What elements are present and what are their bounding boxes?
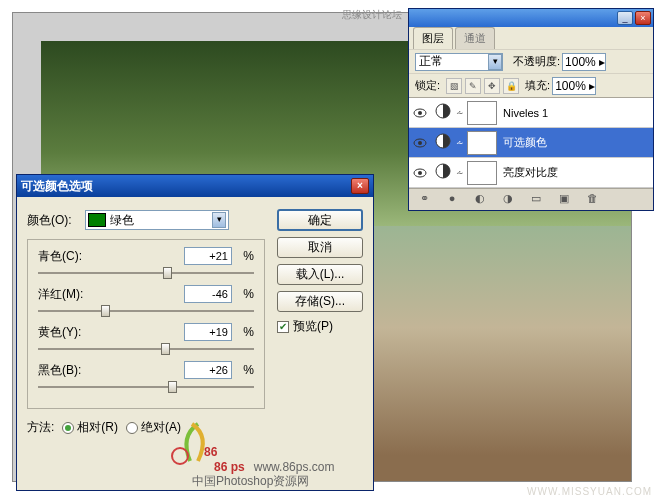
black-label: 黑色(B):: [38, 362, 98, 379]
visibility-toggle[interactable]: [409, 106, 431, 120]
adjustment-icon: [431, 162, 455, 183]
magenta-input[interactable]: [184, 285, 232, 303]
slider-thumb[interactable]: [168, 381, 177, 393]
method-row: 方法: 相对(R) 绝对(A): [27, 419, 363, 436]
new-layer-icon[interactable]: ▣: [555, 192, 573, 208]
svg-point-4: [418, 141, 422, 145]
percent-label: %: [236, 249, 254, 263]
panel-tabs: 图层 通道: [409, 27, 653, 49]
layer-row[interactable]: ⩪ 可选颜色: [409, 128, 653, 158]
black-row: 黑色(B): %: [38, 360, 254, 392]
dialog-titlebar[interactable]: 可选颜色选项 ×: [17, 175, 373, 197]
cancel-button[interactable]: 取消: [277, 237, 363, 258]
percent-label: %: [236, 363, 254, 377]
ok-button[interactable]: 确定: [277, 209, 363, 231]
link-layers-icon[interactable]: ⚭: [415, 192, 433, 208]
magenta-slider[interactable]: [38, 306, 254, 316]
trash-icon[interactable]: 🗑: [583, 192, 601, 208]
mask-icon[interactable]: ◐: [471, 192, 489, 208]
yellow-label: 黄色(Y):: [38, 324, 98, 341]
link-icon: ⩪: [455, 108, 465, 118]
method-label: 方法:: [27, 419, 54, 436]
layer-row[interactable]: ⩪ 亮度对比度: [409, 158, 653, 188]
magenta-row: 洋红(M): %: [38, 284, 254, 316]
lock-transparency-icon[interactable]: ▧: [446, 78, 462, 94]
eye-icon: [413, 138, 427, 148]
visibility-toggle[interactable]: [409, 166, 431, 180]
lock-label: 锁定:: [415, 78, 440, 93]
slider-thumb[interactable]: [161, 343, 170, 355]
watermark-line: 中国Photoshop资源网: [192, 474, 309, 488]
layer-mask-thumb[interactable]: [467, 101, 497, 125]
radio-relative[interactable]: [62, 422, 74, 434]
fill-value: 100%: [555, 79, 586, 93]
link-icon: ⩪: [455, 168, 465, 178]
tab-channels[interactable]: 通道: [455, 27, 495, 49]
svg-point-7: [418, 171, 422, 175]
layer-mask-thumb[interactable]: [467, 161, 497, 185]
black-input[interactable]: [184, 361, 232, 379]
opacity-arrow-icon[interactable]: ▸: [599, 55, 605, 69]
watermark-logo-text: 86 ps: [214, 460, 245, 474]
percent-label: %: [236, 287, 254, 301]
fill-arrow-icon[interactable]: ▸: [589, 79, 595, 93]
yellow-slider[interactable]: [38, 344, 254, 354]
dialog-title: 可选颜色选项: [21, 178, 93, 195]
layer-name[interactable]: 亮度对比度: [499, 165, 653, 180]
slider-thumb[interactable]: [101, 305, 110, 317]
cyan-slider[interactable]: [38, 268, 254, 278]
layer-mask-thumb[interactable]: [467, 131, 497, 155]
minimize-button[interactable]: _: [617, 11, 633, 25]
adjustment-icon: [431, 132, 455, 153]
blend-mode-select[interactable]: 正常 ▾: [415, 53, 503, 71]
cyan-row: 青色(C): %: [38, 246, 254, 278]
eye-icon: [413, 168, 427, 178]
radio-relative-label: 相对(R): [77, 419, 118, 436]
svg-point-1: [418, 111, 422, 115]
adjustment-icon: [431, 102, 455, 123]
slider-thumb[interactable]: [163, 267, 172, 279]
layer-name[interactable]: 可选颜色: [499, 135, 653, 150]
layers-panel: _ × 图层 通道 正常 ▾ 不透明度: 100% ▸ 锁定: ▧ ✎ ✥ 🔒 …: [408, 8, 654, 211]
link-icon: ⩪: [455, 138, 465, 148]
lock-paint-icon[interactable]: ✎: [465, 78, 481, 94]
cyan-label: 青色(C):: [38, 248, 98, 265]
fx-icon[interactable]: ●: [443, 192, 461, 208]
lock-move-icon[interactable]: ✥: [484, 78, 500, 94]
tab-layers[interactable]: 图层: [413, 27, 453, 49]
save-button[interactable]: 存储(S)...: [277, 291, 363, 312]
sliders-group: 青色(C): % 洋红(M): %: [27, 239, 265, 409]
layer-name[interactable]: Niveles 1: [499, 107, 653, 119]
close-button[interactable]: ×: [635, 11, 651, 25]
layer-row[interactable]: ⩪ Niveles 1: [409, 98, 653, 128]
lock-icons: ▧ ✎ ✥ 🔒: [446, 78, 519, 94]
blend-mode-value: 正常: [419, 53, 443, 70]
close-icon[interactable]: ×: [351, 178, 369, 194]
color-label: 颜色(O):: [27, 212, 85, 229]
color-swatch: [88, 213, 106, 227]
lock-all-icon[interactable]: 🔒: [503, 78, 519, 94]
magenta-label: 洋红(M):: [38, 286, 98, 303]
black-slider[interactable]: [38, 382, 254, 392]
watermark-site: www.86ps.com: [254, 460, 335, 474]
panel-titlebar[interactable]: _ ×: [409, 9, 653, 27]
blend-row: 正常 ▾ 不透明度: 100% ▸: [409, 49, 653, 73]
visibility-toggle[interactable]: [409, 136, 431, 150]
selective-color-dialog: 可选颜色选项 × 颜色(O): 绿色 ▾ 青色(C): %: [16, 174, 374, 491]
cyan-input[interactable]: [184, 247, 232, 265]
watermark-text: 86 ps www.86ps.com 中国Photoshop资源网: [132, 460, 334, 488]
preview-checkbox[interactable]: ✔: [277, 321, 289, 333]
load-button[interactable]: 载入(L)...: [277, 264, 363, 285]
fill-input[interactable]: 100% ▸: [552, 77, 596, 95]
radio-absolute[interactable]: [126, 422, 138, 434]
opacity-value: 100%: [565, 55, 596, 69]
color-select[interactable]: 绿色 ▾: [85, 210, 229, 230]
chevron-down-icon[interactable]: ▾: [488, 54, 502, 70]
adjustment-new-icon[interactable]: ◑: [499, 192, 517, 208]
opacity-input[interactable]: 100% ▸: [562, 53, 606, 71]
yellow-input[interactable]: [184, 323, 232, 341]
button-column: 确定 取消 载入(L)... 存储(S)... ✔ 预览(P): [277, 209, 363, 335]
lock-row: 锁定: ▧ ✎ ✥ 🔒 填充: 100% ▸: [409, 73, 653, 97]
folder-icon[interactable]: ▭: [527, 192, 545, 208]
chevron-down-icon[interactable]: ▾: [212, 212, 226, 228]
